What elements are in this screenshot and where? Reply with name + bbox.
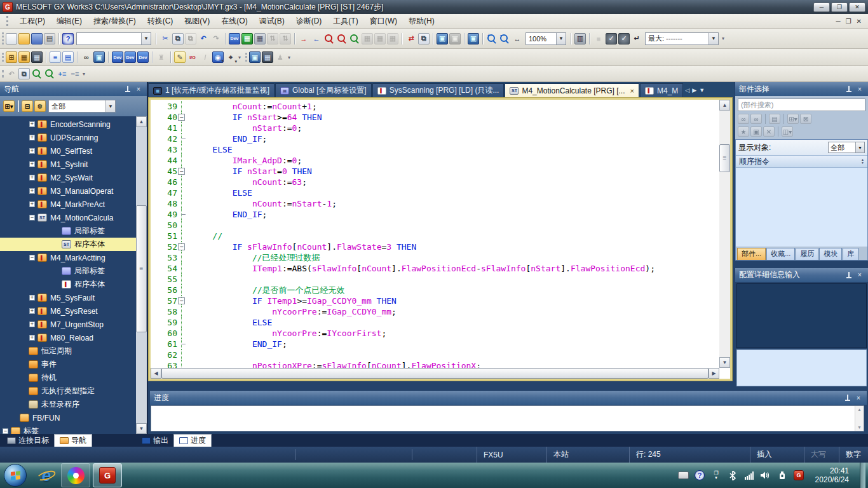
close-tab-icon[interactable]: × [630,87,634,95]
scrollbar-thumb[interactable] [136,205,147,332]
monitor-window-3-icon[interactable]: ▣ [468,33,479,44]
close-icon[interactable]: × [855,271,864,280]
code-line-56[interactable]: 56 //是否前一个点已经无效 [151,285,719,295]
user-management-icon[interactable]: ♟ [275,51,286,63]
device-list-icon[interactable]: ▤ [769,114,780,124]
find-next-icon[interactable]: ∞ [750,114,762,124]
verify-monitor-icon[interactable] [323,33,335,44]
doc-tab-global-[interactable]: ▤Global [全局标签设置] [275,83,372,97]
menu-d[interactable]: 诊断(D) [290,14,328,29]
dock-tab-[interactable]: 进度 [173,434,212,447]
code-line-39[interactable]: 39 nCount:=nCount+1; [151,101,719,112]
menu-b[interactable]: 调试(B) [254,14,290,29]
tree-item-m4_markpreact[interactable]: +▌M4_MarkPreAct [0,198,136,211]
taskbar-gxworks3-button[interactable]: G [93,463,122,487]
expand-icon[interactable]: + [29,161,35,167]
collapse-icon[interactable]: − [29,215,35,220]
doc-tab-1-[interactable]: ▦1 [软元件/缓冲存储器批量监视] [148,83,275,97]
module-configuration-icon[interactable]: ▦ [18,51,30,63]
tree-item--[interactable]: ▌程序本体 [0,278,136,291]
tree-item--[interactable]: 未登录程序 [0,398,136,411]
start-button[interactable] [4,464,27,487]
program-transfer-icon[interactable]: ⧉ [418,33,430,44]
keyboard-tray-icon[interactable] [678,470,689,481]
tab-scroll-right-icon[interactable]: ▶ [692,87,696,93]
code-line-42[interactable]: 42 END_IF; [151,133,719,144]
window-close-icon[interactable]: ⊠ [800,114,811,124]
close-icon[interactable]: × [134,85,143,93]
tree-item-m0_selftest[interactable]: +▌M0_SelfTest [0,144,136,158]
tree-item-fb-fun[interactable]: FB/FUN [0,411,136,424]
open-project-icon[interactable] [18,33,30,44]
doc-tab-sysscanning-prg-ld-[interactable]: ▌SysScanning [PRG] [LD] (只读... [372,83,505,97]
progress-output-area[interactable]: ▲▼ [151,405,864,431]
code-line-48[interactable]: 48 nCount:=nStart-1; [151,198,719,209]
toolbar-overflow-icon[interactable]: ▾ [288,55,290,60]
parts-list[interactable] [736,168,867,247]
menu-v[interactable]: 视图(V) [179,14,215,29]
expand-icon[interactable]: + [29,322,35,327]
read-from-plc-icon[interactable]: ← [311,33,322,44]
tree-item--[interactable]: 事件 [0,358,136,371]
hidden-icons-chevron[interactable]: ❐▾ [711,470,722,481]
tree-item-m4_markactting[interactable]: −▌M4_MarkActting [0,251,136,264]
fold-collapse-icon[interactable]: − [178,243,185,250]
device-hw-monitor-icon[interactable]: ▦ [254,33,266,44]
code-line-63[interactable]: 63 nPostionXPre:=sFlawInfo[nCount].FlawP… [151,360,719,368]
code-line-54[interactable]: 54 ITemp1:=ABS(sFlawInfo[nCount].FlawPos… [151,263,719,274]
chevron-down-icon[interactable]: ▼ [105,100,115,112]
tree-item-m6_sysreset[interactable]: +▌M6_SysReset [0,304,136,318]
delete-line-icon[interactable]: −≡ [69,68,81,79]
find-binocular-icon[interactable]: ∞ [81,51,92,63]
favorite-star-icon[interactable]: ★ [738,126,749,137]
expand-icon[interactable]: + [29,175,35,180]
window-frame-icon[interactable]: ▦ [262,51,273,63]
tree-item-udpscanning[interactable]: +▌UDPScanning [0,131,136,144]
progress-scrollbar[interactable]: ▲▼ [855,406,864,431]
tree-item--[interactable]: 局部标签 [0,224,136,238]
zoom-out-icon[interactable]: − [499,33,510,44]
code-line-46[interactable]: 46 nCount:=63; [151,177,719,187]
redo-icon[interactable]: ↷ [210,33,222,44]
pin-icon[interactable] [123,85,132,93]
plc-module-icon[interactable]: ▥ [574,33,586,44]
window-add-icon[interactable]: ⊞▾ [787,114,799,124]
network-signal-icon[interactable] [744,470,755,481]
fold-collapse-icon[interactable]: − [178,114,185,121]
chevron-down-icon[interactable]: ▼ [709,33,718,44]
doc-tab-m4_m[interactable]: ▌M4_M [640,83,683,97]
convert-icon[interactable]: ↵ [631,33,642,44]
pin-icon[interactable] [844,271,853,280]
device-table-2-icon[interactable]: Dev [137,51,149,63]
tab-list-icon[interactable]: ▼ [699,87,705,93]
navigation-window-icon[interactable]: ⊞ [6,51,17,63]
taskbar-browser-icon[interactable] [61,463,90,487]
device-dropdown-icon[interactable]: Dev▾ [112,51,123,63]
scroll-down-icon[interactable]: ▼ [719,357,730,368]
toolbar-overflow-icon[interactable]: ▾ [722,36,724,41]
scrollbar-thumb[interactable] [161,368,709,379]
fold-collapse-icon[interactable]: − [178,168,185,175]
code-line-52[interactable]: 52− IF sFlawInfo[nCount].FlawState=3 THE… [151,241,719,252]
parts-tab-[interactable]: 履历 [796,248,818,260]
close-icon[interactable]: × [855,85,864,93]
menu-c[interactable]: 转换(C) [142,14,179,29]
code-line-58[interactable]: 58 nYcoorPre:=IGap_CCDY0_mm; [151,306,719,317]
insert-line-icon[interactable]: +≡ [57,68,68,79]
cut-icon[interactable]: ✂ [159,33,171,44]
fit-width-icon[interactable]: ↔ [512,33,523,44]
label-list-icon[interactable]: ▤ [62,51,74,63]
verify-monitor-2-icon[interactable] [336,33,348,44]
menu-p[interactable]: 工程(P) [14,14,51,29]
transfer-setting-icon[interactable]: ⇄ [405,33,417,44]
watch-window-icon[interactable]: ▦ [241,33,253,44]
sync-read-icon[interactable]: ⇅ [267,33,278,44]
tree-item-m1_sysinit[interactable]: +▌M1_SysInit [0,158,136,171]
stamp-icon[interactable]: ♜ [156,51,167,63]
code-line-62[interactable]: 62 [151,349,719,360]
dock-tab-[interactable]: 输出 [137,434,173,447]
editor-hscrollbar[interactable]: ◀ ▶ [151,368,719,379]
scroll-down-icon[interactable]: ▼ [136,423,147,434]
parts-tab-[interactable]: 部件... [737,248,766,260]
sync-write-icon[interactable]: ⇅ [280,33,291,44]
